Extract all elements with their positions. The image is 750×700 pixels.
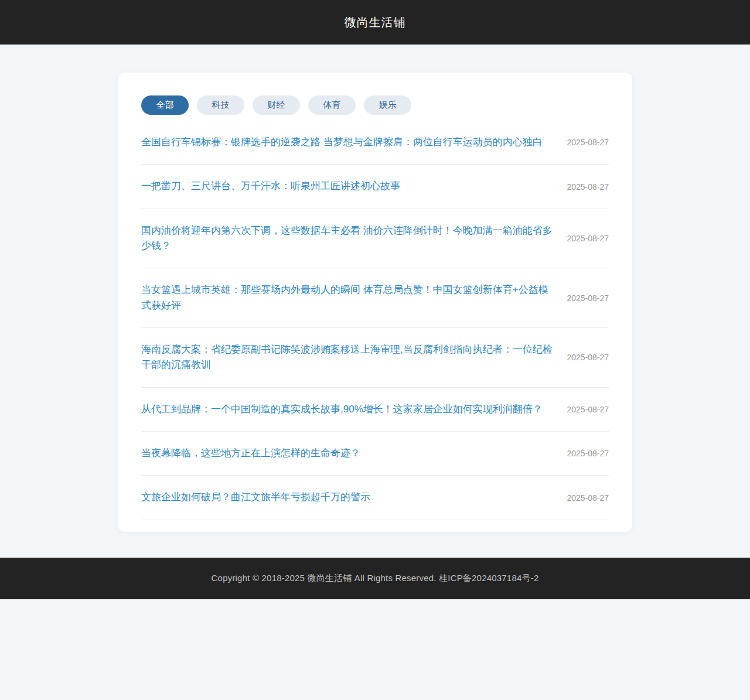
tab-all[interactable]: 全部 (141, 95, 189, 115)
article-link[interactable]: 当女篮遇上城市英雄：那些赛场内外最动人的瞬间 体育总局点赞！中国女篮创新体育+公… (141, 282, 553, 313)
article-date: 2025-08-27 (555, 449, 609, 458)
article-link[interactable]: 一把凿刀、三尺讲台、万千汗水：听泉州工匠讲述初心故事 (141, 179, 553, 194)
site-footer: Copyright © 2018-2025 微尚生活铺 All Rights R… (0, 558, 750, 599)
bottom-spacer (0, 599, 750, 700)
copyright-text: Copyright © 2018-2025 微尚生活铺 All Rights R… (212, 573, 539, 584)
article-date: 2025-08-27 (555, 293, 609, 303)
article-link[interactable]: 全国自行车锦标赛：银牌选手的逆袭之路 当梦想与金牌擦肩：两位自行车运动员的内心独… (141, 135, 553, 150)
main-content: 全部 科技 财经 体育 娱乐 全国自行车锦标赛：银牌选手的逆袭之路 当梦想与金牌… (0, 45, 750, 558)
article-link[interactable]: 当夜幕降临，这些地方正在上演怎样的生命奇迹？ (141, 446, 553, 461)
article-row: 海南反腐大案：省纪委原副书记陈笑波涉贿案移送上海审理,当反腐利剑指向执纪者：一位… (141, 328, 609, 388)
article-row: 当夜幕降临，这些地方正在上演怎样的生命奇迹？ 2025-08-27 (141, 432, 609, 476)
article-row: 从代工到品牌：一个中国制造的真实成长故事,90%增长！这家家居企业如何实现利润翻… (141, 388, 609, 432)
article-date: 2025-08-27 (555, 353, 609, 362)
category-tabs: 全部 科技 财经 体育 娱乐 (141, 95, 609, 115)
tab-entertainment[interactable]: 娱乐 (364, 95, 411, 115)
site-title: 微尚生活铺 (345, 15, 406, 30)
article-list: 全国自行车锦标赛：银牌选手的逆袭之路 当梦想与金牌擦肩：两位自行车运动员的内心独… (141, 121, 609, 520)
article-link[interactable]: 文旅企业如何破局？曲江文旅半年亏损超千万的警示 (141, 490, 553, 505)
article-date: 2025-08-27 (555, 138, 609, 147)
article-row: 一把凿刀、三尺讲台、万千汗水：听泉州工匠讲述初心故事 2025-08-27 (141, 165, 609, 209)
article-date: 2025-08-27 (555, 234, 609, 243)
article-date: 2025-08-27 (555, 493, 609, 503)
article-row: 全国自行车锦标赛：银牌选手的逆袭之路 当梦想与金牌擦肩：两位自行车运动员的内心独… (141, 121, 609, 165)
article-link[interactable]: 海南反腐大案：省纪委原副书记陈笑波涉贿案移送上海审理,当反腐利剑指向执纪者：一位… (141, 342, 553, 373)
site-header: 微尚生活铺 (0, 0, 750, 45)
content-card: 全部 科技 财经 体育 娱乐 全国自行车锦标赛：银牌选手的逆袭之路 当梦想与金牌… (118, 73, 632, 532)
article-date: 2025-08-27 (555, 182, 609, 192)
article-link[interactable]: 从代工到品牌：一个中国制造的真实成长故事,90%增长！这家家居企业如何实现利润翻… (141, 402, 553, 417)
article-row: 国内油价将迎年内第六次下调，这些数据车主必看 油价六连降倒计时！今晚加满一箱油能… (141, 209, 609, 269)
tab-finance[interactable]: 财经 (253, 95, 300, 115)
article-link[interactable]: 国内油价将迎年内第六次下调，这些数据车主必看 油价六连降倒计时！今晚加满一箱油能… (141, 223, 553, 254)
tab-tech[interactable]: 科技 (197, 95, 244, 115)
article-row: 当女篮遇上城市英雄：那些赛场内外最动人的瞬间 体育总局点赞！中国女篮创新体育+公… (141, 268, 609, 328)
tab-sports[interactable]: 体育 (308, 95, 356, 115)
article-date: 2025-08-27 (555, 405, 609, 414)
article-row: 文旅企业如何破局？曲江文旅半年亏损超千万的警示 2025-08-27 (141, 476, 609, 520)
